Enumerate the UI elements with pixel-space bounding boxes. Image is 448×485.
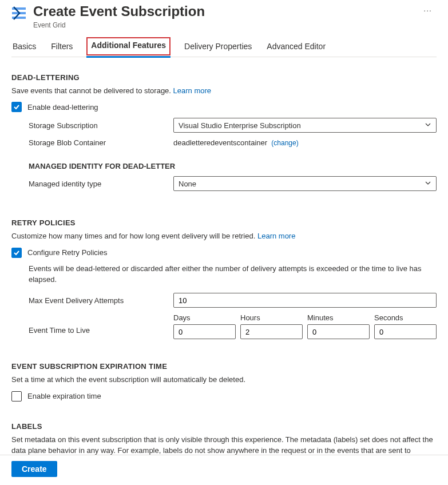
- storage-blob-label: Storage Blob Container: [11, 138, 173, 147]
- configure-retry-checkbox[interactable]: [11, 248, 22, 258]
- retry-desc: Customize how many times and for how lon…: [11, 230, 437, 242]
- deadletter-learn-more-link[interactable]: Learn more: [173, 86, 211, 95]
- max-attempts-label: Max Event Delivery Attempts: [11, 296, 173, 305]
- more-button[interactable]: ···: [419, 3, 437, 17]
- configure-retry-label: Configure Retry Policies: [27, 248, 107, 257]
- max-attempts-input[interactable]: [173, 293, 437, 308]
- storage-sub-select[interactable]: Visual Studio Enterprise Subscription: [173, 118, 437, 133]
- deadletter-heading: DEAD-LETTERING: [11, 73, 437, 82]
- ttl-minutes-input[interactable]: [307, 324, 370, 339]
- storage-sub-label: Storage Subscription: [11, 121, 173, 130]
- storage-blob-change-link[interactable]: (change): [271, 139, 298, 147]
- retry-heading: RETRY POLICIES: [11, 218, 437, 227]
- managed-identity-select[interactable]: None: [173, 176, 437, 191]
- ttl-days-input[interactable]: [173, 324, 236, 339]
- tab-filters[interactable]: Filters: [50, 37, 74, 57]
- ttl-seconds-label: Seconds: [374, 313, 437, 322]
- ttl-days-label: Days: [173, 313, 236, 322]
- storage-sub-value: Visual Studio Enterprise Subscription: [179, 121, 301, 130]
- ttl-minutes-label: Minutes: [307, 313, 370, 322]
- tab-advanced-editor[interactable]: Advanced Editor: [265, 37, 327, 57]
- enable-deadletter-checkbox[interactable]: [11, 102, 22, 112]
- enable-expiration-checkbox[interactable]: [11, 391, 22, 401]
- enable-expiration-label: Enable expiration time: [27, 392, 101, 400]
- enable-deadletter-label: Enable dead-lettering: [27, 103, 98, 112]
- event-grid-icon: [11, 6, 26, 21]
- create-button[interactable]: Create: [11, 461, 57, 477]
- page-title: Create Event Subscription: [33, 3, 412, 20]
- retry-note: Events will be dead-lettered or discarde…: [29, 264, 437, 285]
- deadletter-desc: Save events that cannot be delivered to …: [11, 85, 437, 97]
- labels-heading: LABELS: [11, 422, 437, 431]
- expiration-desc: Set a time at which the event subscripti…: [11, 374, 437, 385]
- ttl-label: Event Time to Live: [11, 313, 173, 335]
- managed-identity-label: Managed identity type: [11, 180, 173, 188]
- page-subtitle: Event Grid: [33, 21, 412, 29]
- chevron-down-icon: [425, 180, 431, 188]
- managed-identity-heading: MANAGED IDENTITY FOR DEAD-LETTER: [29, 162, 437, 170]
- retry-learn-more-link[interactable]: Learn more: [257, 232, 295, 240]
- chevron-down-icon: [425, 121, 431, 130]
- managed-identity-value: None: [179, 180, 196, 188]
- tab-additional-features[interactable]: Additional Features: [86, 37, 171, 55]
- tabs: Basics Filters Additional Features Deliv…: [11, 37, 437, 57]
- expiration-heading: EVENT SUBSCRIPTION EXPIRATION TIME: [11, 362, 437, 371]
- ttl-seconds-input[interactable]: [374, 324, 437, 339]
- storage-blob-value: deadletteredeventscontainer: [173, 138, 267, 147]
- tab-basics[interactable]: Basics: [11, 37, 37, 57]
- ttl-hours-label: Hours: [240, 313, 303, 322]
- ttl-hours-input[interactable]: [240, 324, 303, 339]
- tab-delivery-properties[interactable]: Delivery Properties: [183, 37, 253, 57]
